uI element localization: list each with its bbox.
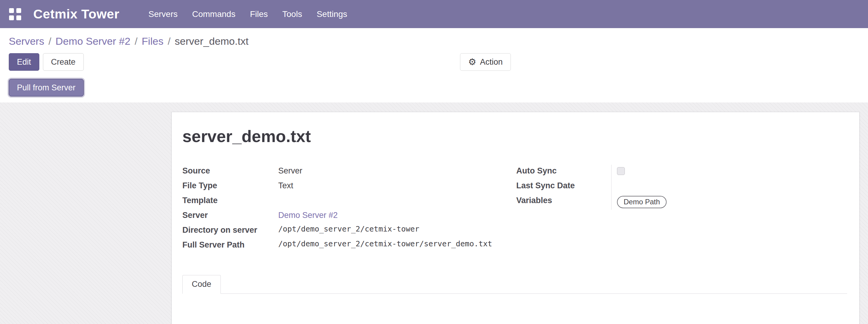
top-navbar: Cetmix Tower Servers Commands Files Tool…	[0, 0, 868, 28]
menu-item-servers[interactable]: Servers	[141, 4, 185, 25]
tab-code[interactable]: Code	[182, 275, 221, 294]
field-value-server: Demo Server #2	[278, 209, 516, 224]
field-label-file-type: File Type	[182, 180, 278, 194]
field-value-full-path: /opt/demo_server_2/cetmix-tower/server_d…	[278, 239, 516, 254]
field-groups: Source Server File Type Text Template Se…	[182, 165, 847, 254]
variable-tag-demo-path[interactable]: Demo Path	[617, 196, 666, 208]
field-label-directory: Directory on server	[182, 224, 278, 239]
menu-item-commands[interactable]: Commands	[185, 4, 243, 25]
server-link[interactable]: Demo Server #2	[278, 210, 338, 220]
field-value-directory: /opt/demo_server_2/cetmix-tower	[278, 224, 516, 239]
notebook: Code	[182, 275, 847, 324]
field-label-source: Source	[182, 165, 278, 180]
main-menu: Servers Commands Files Tools Settings	[141, 4, 354, 25]
apps-grid-icon[interactable]	[9, 8, 21, 20]
tabs-header: Code	[182, 275, 847, 294]
field-value-variables: Demo Path	[611, 194, 847, 210]
breadcrumb-separator: /	[167, 35, 170, 47]
breadcrumb-separator: /	[49, 35, 51, 47]
menu-item-settings[interactable]: Settings	[309, 4, 354, 25]
field-label-template: Template	[182, 194, 278, 209]
gear-icon: ⚙	[468, 58, 476, 66]
menu-item-tools[interactable]: Tools	[275, 4, 309, 25]
field-label-variables: Variables	[516, 194, 611, 210]
field-label-last-sync-date: Last Sync Date	[516, 180, 611, 194]
content-area: server_demo.txt Source Server File Type …	[0, 102, 868, 324]
field-value-template	[278, 194, 516, 209]
create-button[interactable]: Create	[43, 53, 84, 71]
breadcrumb-demo-server[interactable]: Demo Server #2	[56, 35, 131, 47]
breadcrumb-files[interactable]: Files	[142, 35, 164, 47]
record-title: server_demo.txt	[182, 127, 847, 146]
edit-button[interactable]: Edit	[9, 53, 39, 71]
object-buttons-row: Pull from Server	[9, 79, 868, 96]
left-field-group: Source Server File Type Text Template Se…	[182, 165, 516, 254]
app-brand[interactable]: Cetmix Tower	[33, 7, 120, 22]
field-label-full-path: Full Server Path	[182, 239, 278, 254]
pull-from-server-button[interactable]: Pull from Server	[9, 79, 84, 96]
breadcrumb-current: server_demo.txt	[175, 35, 249, 47]
toolbar: Edit Create ⚙ Action	[9, 53, 868, 71]
action-button[interactable]: ⚙ Action	[460, 53, 511, 71]
field-value-auto-sync	[611, 165, 847, 180]
breadcrumb: Servers / Demo Server #2 / Files / serve…	[9, 35, 868, 47]
breadcrumb-separator: /	[134, 35, 137, 47]
field-value-source: Server	[278, 165, 516, 180]
breadcrumb-servers[interactable]: Servers	[9, 35, 44, 47]
field-value-file-type: Text	[278, 180, 516, 194]
field-label-auto-sync: Auto Sync	[516, 165, 611, 180]
field-value-last-sync-date	[611, 180, 847, 194]
form-sheet: server_demo.txt Source Server File Type …	[172, 112, 860, 324]
action-button-label: Action	[480, 54, 503, 70]
right-field-group: Auto Sync Last Sync Date Variables Demo …	[516, 165, 847, 254]
auto-sync-checkbox[interactable]	[617, 167, 625, 175]
control-panel: Servers / Demo Server #2 / Files / serve…	[0, 28, 868, 102]
tab-code-content	[182, 294, 847, 324]
menu-item-files[interactable]: Files	[243, 4, 275, 25]
field-label-server: Server	[182, 209, 278, 224]
